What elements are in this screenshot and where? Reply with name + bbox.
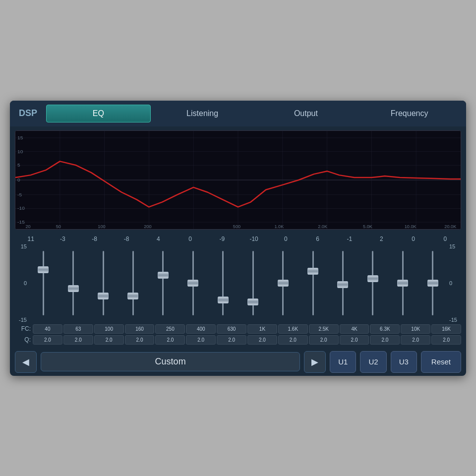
q-btn-13[interactable]: 2.0 [431, 335, 461, 345]
fader-section: 11-3-8-840-9-1006-1200 15 0 -15 15 0 -15… [10, 234, 466, 348]
fader-handle-11[interactable] [367, 275, 378, 282]
fader-handle-0[interactable] [38, 266, 49, 273]
fader-handle-5[interactable] [187, 280, 198, 287]
fc-btn-8[interactable]: 1.6K [278, 324, 308, 334]
fader-track-10[interactable] [342, 251, 344, 315]
q-btn-8[interactable]: 2.0 [278, 335, 308, 345]
fader-track-0[interactable] [43, 251, 44, 315]
fader-track-9[interactable] [312, 251, 314, 315]
reset-button[interactable]: Reset [421, 351, 461, 373]
tab-listening[interactable]: Listening [151, 105, 254, 122]
q-btn-2[interactable]: 2.0 [94, 335, 124, 345]
fader-col-4 [149, 243, 178, 323]
q-btn-9[interactable]: 2.0 [309, 335, 339, 345]
q-btn-3[interactable]: 2.0 [125, 335, 155, 345]
svg-text:2.0K: 2.0K [318, 224, 327, 229]
svg-text:-10: -10 [17, 205, 25, 211]
svg-text:0: 0 [17, 177, 20, 182]
q-btn-4[interactable]: 2.0 [155, 335, 185, 345]
q-btn-5[interactable]: 2.0 [186, 335, 216, 345]
eq-graph[interactable]: 15 10 5 0 -5 -10 -15 20 50 100 200 500 1… [15, 130, 461, 230]
fc-btn-13[interactable]: 16K [431, 324, 461, 334]
db-values-row: 11-3-8-840-9-1006-1200 [15, 236, 461, 242]
fader-track-7[interactable] [252, 251, 254, 315]
fader-handle-13[interactable] [427, 280, 438, 287]
scale-left: 15 0 -15 [15, 243, 29, 323]
fader-handle-10[interactable] [337, 281, 348, 288]
db-value-2: -8 [79, 236, 111, 242]
fader-handle-3[interactable] [127, 293, 138, 299]
preset-name[interactable]: Custom [41, 352, 300, 371]
q-btn-11[interactable]: 2.0 [370, 335, 400, 345]
fader-track-4[interactable] [162, 251, 164, 315]
svg-text:10.0K: 10.0K [405, 224, 416, 229]
fc-values: 40631001602504006301K1.6K2.5K4K6.3K10K16… [33, 324, 461, 334]
scale-right: 15 0 -15 [447, 243, 461, 323]
fader-handle-9[interactable] [307, 268, 318, 275]
fc-btn-0[interactable]: 40 [33, 324, 62, 334]
bottom-controls: ◀ Custom ▶ U1 U2 U3 Reset [10, 348, 466, 376]
fc-btn-12[interactable]: 10K [401, 324, 430, 334]
fc-btn-6[interactable]: 630 [217, 324, 246, 334]
fader-handle-2[interactable] [98, 293, 109, 299]
q-btn-7[interactable]: 2.0 [247, 335, 277, 345]
svg-text:5.0K: 5.0K [363, 224, 372, 229]
fader-track-6[interactable] [222, 251, 224, 315]
db-value-7: -10 [238, 236, 270, 242]
q-btn-6[interactable]: 2.0 [217, 335, 246, 345]
fader-track-11[interactable] [372, 251, 373, 315]
fc-btn-1[interactable]: 63 [63, 324, 93, 334]
fader-col-9 [298, 243, 327, 323]
fader-track-12[interactable] [402, 251, 404, 315]
svg-text:20.0K: 20.0K [444, 224, 456, 229]
fc-btn-4[interactable]: 250 [155, 324, 185, 334]
next-button[interactable]: ▶ [304, 351, 326, 373]
q-btn-0[interactable]: 2.0 [33, 335, 62, 345]
fader-handle-7[interactable] [247, 298, 258, 305]
fader-handle-1[interactable] [68, 285, 79, 292]
q-btn-12[interactable]: 2.0 [401, 335, 430, 345]
svg-text:10: 10 [17, 148, 23, 154]
svg-text:-5: -5 [17, 191, 22, 197]
q-btn-10[interactable]: 2.0 [340, 335, 369, 345]
db-value-12: 0 [397, 236, 429, 242]
q-values: 2.02.02.02.02.02.02.02.02.02.02.02.02.02… [33, 335, 461, 345]
dsp-label: DSP [15, 108, 41, 119]
fader-col-5 [178, 243, 207, 323]
fader-track-8[interactable] [282, 251, 284, 315]
fader-handle-4[interactable] [158, 272, 169, 279]
fc-btn-7[interactable]: 1K [247, 324, 277, 334]
fc-btn-11[interactable]: 6.3K [370, 324, 400, 334]
db-value-10: -1 [334, 236, 365, 242]
fader-track-5[interactable] [192, 251, 194, 315]
q-btn-1[interactable]: 2.0 [63, 335, 93, 345]
fc-btn-5[interactable]: 400 [186, 324, 216, 334]
u3-button[interactable]: U3 [391, 351, 417, 373]
svg-text:50: 50 [56, 224, 61, 229]
fader-col-1 [59, 243, 87, 323]
tab-eq[interactable]: EQ [46, 105, 151, 122]
u1-button[interactable]: U1 [330, 351, 356, 373]
svg-text:1.0K: 1.0K [274, 224, 284, 229]
fc-btn-3[interactable]: 160 [125, 324, 155, 334]
fader-handle-8[interactable] [278, 280, 289, 287]
svg-text:500: 500 [233, 224, 240, 229]
prev-button[interactable]: ◀ [15, 351, 37, 373]
tab-frequency[interactable]: Frequency [357, 105, 461, 122]
db-value-6: -9 [206, 236, 238, 242]
tab-bar: DSP EQ Listening Output Frequency [10, 101, 466, 126]
fader-track-3[interactable] [132, 251, 134, 315]
fader-col-8 [268, 243, 297, 323]
fader-col-11 [358, 243, 387, 323]
fader-handle-6[interactable] [218, 297, 229, 303]
fc-btn-9[interactable]: 2.5K [309, 324, 339, 334]
tab-output[interactable]: Output [254, 105, 358, 122]
u2-button[interactable]: U2 [360, 351, 386, 373]
db-value-9: 6 [302, 236, 334, 242]
fader-track-2[interactable] [103, 251, 104, 315]
fader-handle-12[interactable] [397, 280, 408, 287]
fader-track-1[interactable] [72, 251, 74, 315]
fader-track-13[interactable] [432, 251, 433, 315]
fc-btn-2[interactable]: 100 [94, 324, 124, 334]
fc-btn-10[interactable]: 4K [340, 324, 369, 334]
